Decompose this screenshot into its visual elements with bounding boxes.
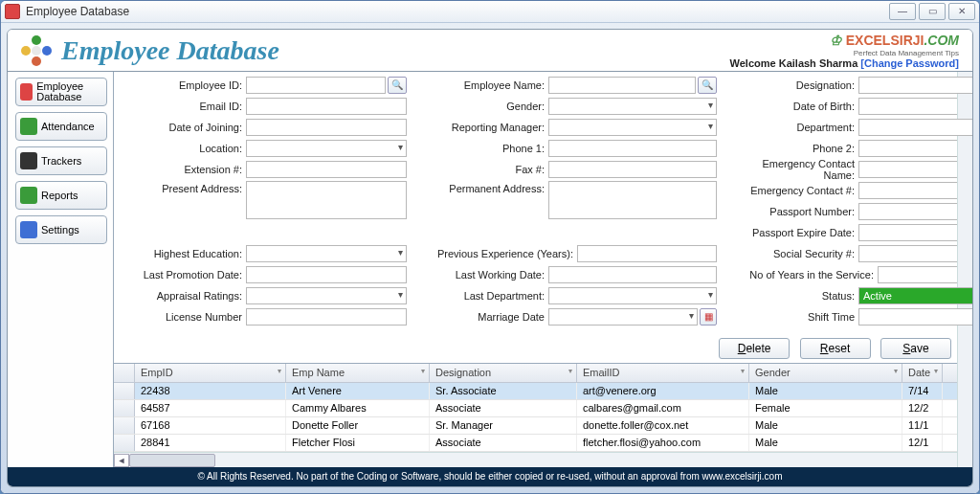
window-title: Employee Database <box>26 5 129 18</box>
app-logo-icon <box>21 35 52 66</box>
gender-select[interactable] <box>548 98 717 115</box>
col-empname[interactable]: Emp Name <box>286 364 430 382</box>
marriage-date-select[interactable] <box>548 308 698 326</box>
sidebar: Employee Database Attendance Trackers Re… <box>8 72 113 467</box>
scroll-left-button[interactable]: ◄ <box>114 454 129 467</box>
cell-designation: Associate <box>430 400 577 416</box>
cell-designation: Associate <box>430 435 577 451</box>
col-date[interactable]: Date <box>902 364 943 382</box>
table-row[interactable]: 64587Cammy AlbaresAssociatecalbares@gmai… <box>114 400 972 417</box>
cell-gender: Female <box>749 400 902 416</box>
previous-experience-input[interactable] <box>577 245 717 262</box>
col-gender[interactable]: Gender <box>749 364 902 382</box>
sidebar-item-settings[interactable]: Settings <box>15 215 107 244</box>
reporting-manager-select[interactable] <box>548 119 717 136</box>
cell-gender: Male <box>749 435 902 451</box>
maximize-button[interactable]: ▭ <box>919 3 946 20</box>
ssn-input[interactable] <box>858 245 972 262</box>
employee-id-input[interactable] <box>246 77 386 94</box>
emergency-contact-no-input[interactable] <box>858 182 972 199</box>
passport-expire-input[interactable] <box>858 224 972 241</box>
reset-button[interactable]: Reset <box>800 338 871 359</box>
app-title: Employee Database <box>61 35 279 66</box>
search-employee-name-button[interactable]: 🔍 <box>698 77 717 94</box>
last-working-date-input[interactable] <box>548 266 717 283</box>
calendar-icon[interactable]: ▦ <box>700 308 717 326</box>
minimize-button[interactable]: — <box>889 3 916 20</box>
department-select[interactable] <box>858 119 972 136</box>
row-selector[interactable] <box>114 383 135 399</box>
present-address-textarea[interactable] <box>246 181 407 219</box>
phone1-input[interactable] <box>548 140 717 157</box>
dob-input[interactable] <box>858 98 972 115</box>
sidebar-item-trackers[interactable]: Trackers <box>15 146 107 175</box>
grid-corner[interactable] <box>114 364 135 382</box>
delete-button[interactable]: Delete <box>719 338 790 359</box>
last-promotion-input[interactable] <box>246 266 407 283</box>
permanent-address-textarea[interactable] <box>548 181 717 219</box>
license-input[interactable] <box>246 308 407 326</box>
passport-number-input[interactable] <box>858 203 972 220</box>
cell-empname: Fletcher Flosi <box>286 435 430 451</box>
welcome-text: Welcome Kailash Sharma <box>730 57 861 69</box>
scroll-thumb[interactable] <box>129 454 215 467</box>
extension-input[interactable] <box>246 161 407 178</box>
row-selector[interactable] <box>114 400 135 416</box>
cell-empid: 67168 <box>135 417 286 434</box>
fax-input[interactable] <box>548 161 717 178</box>
cell-empid: 64587 <box>135 400 286 416</box>
close-button[interactable]: ✕ <box>948 3 975 20</box>
designation-select[interactable] <box>858 77 972 94</box>
cell-date: 12/2 <box>902 400 943 416</box>
email-input[interactable] <box>246 98 407 115</box>
doj-input[interactable] <box>246 119 407 136</box>
cell-date: 12/1 <box>902 435 943 451</box>
table-row[interactable]: 67168Donette FollerSr. Managerdonette.fo… <box>114 417 972 435</box>
highest-education-select[interactable] <box>246 245 407 262</box>
brand-name-icon: ♔ EXCELSIRJI.COM <box>830 34 959 48</box>
row-selector[interactable] <box>114 435 135 451</box>
save-button[interactable]: Save <box>880 338 951 359</box>
reports-icon <box>20 187 37 204</box>
trackers-icon <box>20 152 37 169</box>
attendance-icon <box>20 118 37 135</box>
cell-date: 7/14 <box>902 383 943 399</box>
cell-email: fletcher.flosi@yahoo.com <box>577 435 749 451</box>
app-icon <box>5 4 20 19</box>
row-selector[interactable] <box>114 417 135 434</box>
employee-form: Employee ID:🔍 Employee Name:🔍 Designatio… <box>114 72 972 332</box>
cell-date: 11/1 <box>902 417 943 434</box>
employee-grid: EmpID Emp Name Designation EmailID Gende… <box>114 363 972 467</box>
col-designation[interactable]: Designation <box>430 364 577 382</box>
location-select[interactable] <box>246 140 407 157</box>
emergency-contact-name-input[interactable] <box>858 161 972 178</box>
employee-name-input[interactable] <box>548 77 696 94</box>
shift-time-select[interactable] <box>858 308 972 326</box>
cell-email: donette.foller@cox.net <box>577 417 749 434</box>
last-department-select[interactable] <box>548 287 717 304</box>
col-empid[interactable]: EmpID <box>135 364 286 382</box>
table-row[interactable]: 22438Art VenereSr. Associateart@venere.o… <box>114 383 972 400</box>
cell-designation: Sr. Manager <box>430 417 577 434</box>
grid-header: EmpID Emp Name Designation EmailID Gende… <box>114 364 972 383</box>
action-bar: Delete Reset Save <box>114 332 972 363</box>
change-password-link[interactable]: [Change Password] <box>860 57 959 69</box>
status-select[interactable]: Active <box>858 287 972 304</box>
search-employee-id-button[interactable]: 🔍 <box>388 77 407 94</box>
cell-email: art@venere.org <box>577 383 749 399</box>
cell-empname: Cammy Albares <box>286 400 430 416</box>
sidebar-item-employee-database[interactable]: Employee Database <box>15 78 107 106</box>
brand-sub: Perfect Data Management Tips <box>730 49 959 57</box>
cell-empid: 28841 <box>135 435 286 451</box>
app-window: Employee Database — ▭ ✕ Employee Databas… <box>0 0 980 494</box>
table-row[interactable]: 28841Fletcher FlosiAssociatefletcher.flo… <box>114 435 972 452</box>
sidebar-item-reports[interactable]: Reports <box>15 181 107 210</box>
appraisal-select[interactable] <box>246 287 407 304</box>
phone2-input[interactable] <box>858 140 972 157</box>
sidebar-item-attendance[interactable]: Attendance <box>15 112 107 141</box>
employee-icon <box>20 83 33 101</box>
cell-gender: Male <box>749 417 902 434</box>
cell-gender: Male <box>749 383 902 399</box>
col-email[interactable]: EmailID <box>577 364 749 382</box>
horizontal-scrollbar[interactable]: ◄ ► <box>114 452 972 467</box>
